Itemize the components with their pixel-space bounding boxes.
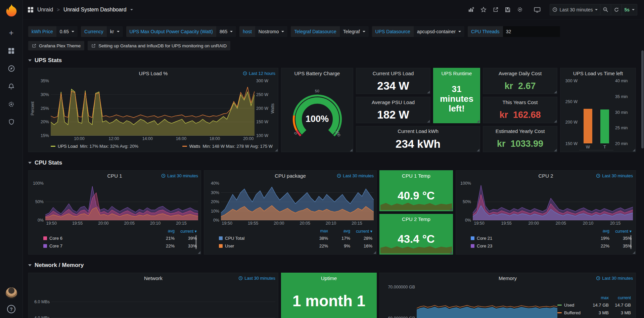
panel-title[interactable]: UPS Runtime xyxy=(433,68,480,78)
panel-resize-handle[interactable] xyxy=(633,149,635,151)
legend-series-name[interactable]: User xyxy=(219,243,306,248)
panel-resize-handle[interactable] xyxy=(477,120,479,123)
legend-series-name[interactable]: UPS Load xyxy=(58,144,78,149)
add-panel-button[interactable] xyxy=(466,4,477,15)
legend-series-name[interactable]: Core 21 xyxy=(471,236,587,241)
variable-value[interactable]: 0.65 xyxy=(56,26,78,37)
legend-series-name[interactable]: Core 6 xyxy=(43,236,152,241)
panel-title[interactable]: Average Daily Cost xyxy=(483,68,557,78)
variable-ups-datasource[interactable]: UPS Datasource apcupsd-container xyxy=(372,26,464,37)
save-button[interactable] xyxy=(502,4,513,15)
legend-column-header[interactable]: current ▾ xyxy=(350,229,372,234)
user-avatar[interactable] xyxy=(6,287,17,299)
legend-ups-load[interactable]: UPS Load Min: 17% Max: 32% Avg: 20% xyxy=(51,144,138,149)
server-admin-shield-icon[interactable] xyxy=(7,118,16,126)
panel-title[interactable]: UPS Load % xyxy=(29,68,278,78)
panel-resize-handle[interactable] xyxy=(554,91,557,93)
dashboard-title[interactable]: Unraid System Dashboard xyxy=(63,7,127,13)
variable-value[interactable]: 865 xyxy=(216,26,236,37)
bar-chart-plot[interactable]: WT xyxy=(579,81,613,150)
dashboard-link-grafana-plex-theme[interactable]: Grafana Plex Theme xyxy=(28,41,84,50)
panel-title[interactable]: Average PSU Load xyxy=(356,97,430,107)
panel-title[interactable]: CPU 1 Temp xyxy=(380,171,453,181)
panel-title[interactable]: Current Load kWh xyxy=(356,126,480,136)
panel-title[interactable]: UPS Battery Charge xyxy=(281,68,353,78)
explore-compass-icon[interactable] xyxy=(7,64,16,73)
refresh-interval-picker[interactable]: 5s xyxy=(622,4,637,15)
legend-series-name[interactable]: Watts xyxy=(189,144,200,149)
configuration-gear-icon[interactable] xyxy=(7,100,16,108)
apps-grid-icon[interactable] xyxy=(28,7,34,13)
chart-plot-area[interactable]: 19:5019:5520:0020:0520:1020:15 xyxy=(221,183,374,220)
create-plus-icon[interactable]: + xyxy=(7,29,16,37)
panel-resize-handle[interactable] xyxy=(554,120,557,123)
chart-plot-area[interactable] xyxy=(51,286,275,318)
dashboard-link-ups-monitoring-guide[interactable]: Setting up Grafana and InfluxDB for UPS … xyxy=(88,41,230,50)
panel-title[interactable]: CPU 2 Temp xyxy=(380,214,453,224)
panel-resize-handle[interactable] xyxy=(373,251,376,254)
legend-column-header[interactable]: current xyxy=(609,296,631,300)
variable-value[interactable]: kr xyxy=(107,26,123,37)
variable-kwh-price[interactable]: kWh Price 0.65 xyxy=(28,26,78,37)
variable-value[interactable]: Telegraf xyxy=(340,26,369,37)
variable-value[interactable]: apcupsd-container xyxy=(414,26,464,37)
grafana-logo[interactable] xyxy=(4,3,18,17)
help-icon[interactable]: ? xyxy=(7,305,15,313)
panel-title[interactable]: Uptime xyxy=(281,273,376,283)
legend-series-name[interactable]: Buffered xyxy=(557,310,587,315)
chart-plot-area[interactable] xyxy=(417,286,557,318)
tv-cycle-view-button[interactable] xyxy=(532,4,543,15)
panel-resize-handle[interactable] xyxy=(450,208,452,211)
row-header-network-memory[interactable]: Network / Memory xyxy=(28,261,639,270)
cpu-threads-input[interactable]: 32 xyxy=(503,26,560,37)
page-scrollbar[interactable] xyxy=(641,21,644,317)
panel-resize-handle[interactable] xyxy=(554,149,557,151)
panel-resize-handle[interactable] xyxy=(275,149,278,151)
legend-column-header[interactable]: avg xyxy=(152,229,175,233)
row-header-cpu-stats[interactable]: CPU Stats xyxy=(28,158,639,168)
panel-resize-handle[interactable] xyxy=(198,251,200,254)
dashboards-icon[interactable] xyxy=(7,46,16,55)
legend-column-header[interactable]: current ▾ xyxy=(609,229,632,234)
chart-plot-area[interactable]: 10:0012:0014:0016:0018:0020:00 xyxy=(51,81,255,136)
legend-scrollbar[interactable] xyxy=(630,235,632,249)
variable-telegraf-datasource[interactable]: Telegraf Datasource Telegraf xyxy=(291,26,368,37)
chart-plot-area[interactable]: 19:5019:5520:0020:0520:1020:15 xyxy=(473,183,633,220)
variable-ups-max-output[interactable]: UPS Max Output Power Capacity (Watt) 865 xyxy=(126,26,236,37)
dashboard-settings-gear-icon[interactable] xyxy=(514,4,525,15)
breadcrumb-folder[interactable]: Unraid xyxy=(37,7,53,13)
panel-resize-handle[interactable] xyxy=(350,149,353,151)
panel-title[interactable]: This Years Cost xyxy=(483,97,557,107)
time-range-picker[interactable]: Last 30 minutes xyxy=(550,4,600,15)
variable-cpu-threads[interactable]: CPU Threads 32 xyxy=(468,26,560,37)
panel-resize-handle[interactable] xyxy=(450,251,452,254)
panel-resize-handle[interactable] xyxy=(633,251,635,254)
legend-series-name[interactable]: CPU Total xyxy=(219,236,306,241)
panel-resize-handle[interactable] xyxy=(477,149,479,151)
legend-series-name[interactable]: Used xyxy=(557,303,587,308)
row-header-ups-stats[interactable]: UPS Stats xyxy=(28,56,639,65)
share-button[interactable] xyxy=(490,4,501,15)
scrollbar-thumb[interactable] xyxy=(641,50,644,148)
legend-column-header[interactable]: max xyxy=(587,296,609,300)
star-button[interactable] xyxy=(478,4,489,15)
panel-title[interactable]: Current UPS Load xyxy=(356,68,430,78)
legend-column-header[interactable]: current ▾ xyxy=(175,229,197,234)
legend-scrollbar[interactable] xyxy=(195,235,197,249)
legend-column-header[interactable]: max xyxy=(306,229,328,233)
zoom-out-button[interactable] xyxy=(600,4,611,15)
legend-series-name[interactable]: Core 23 xyxy=(471,243,587,248)
legend-column-header[interactable]: avg xyxy=(328,229,350,233)
panel-resize-handle[interactable] xyxy=(427,120,430,123)
panel-title[interactable]: UPS Load vs Time left xyxy=(560,68,636,78)
alerting-bell-icon[interactable] xyxy=(7,82,16,91)
variable-currency[interactable]: Currency kr xyxy=(81,26,123,37)
legend-watts[interactable]: Watts Min: 148 W Max: 278 W Avg: 175 W xyxy=(182,144,273,149)
legend-column-header[interactable]: avg xyxy=(587,229,609,233)
variable-host[interactable]: host Nostromo xyxy=(239,26,287,37)
panel-title[interactable]: Estimated Yearly Cost xyxy=(483,126,557,136)
variable-value[interactable]: Nostromo xyxy=(255,26,288,37)
refresh-button[interactable] xyxy=(611,4,622,15)
panel-resize-handle[interactable] xyxy=(427,91,430,93)
legend-series-name[interactable]: Core 7 xyxy=(43,243,152,248)
